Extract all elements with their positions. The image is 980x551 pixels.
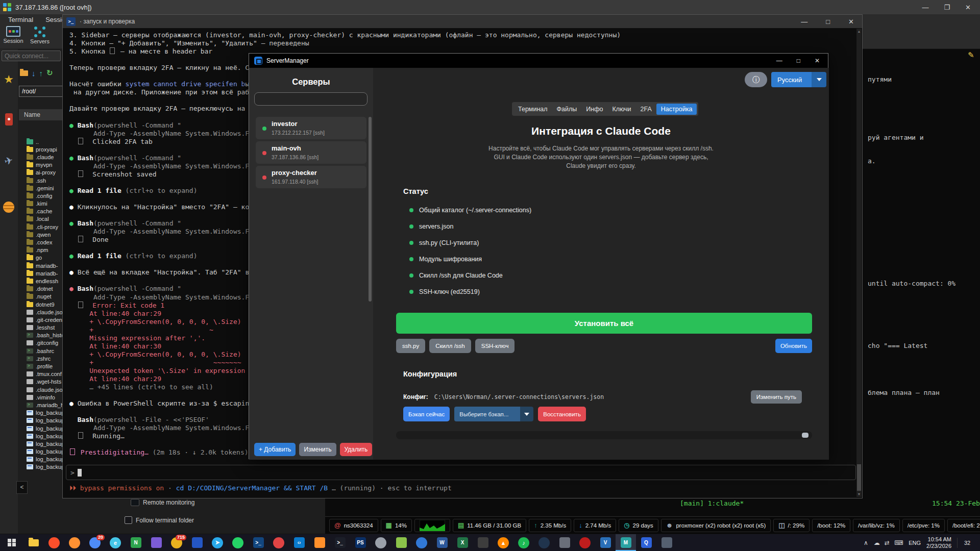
component-button[interactable]: SSH-ключ (475, 339, 515, 353)
tab-терминал[interactable]: Терминал (513, 104, 552, 115)
taskbar-app-icon[interactable]: X (452, 534, 473, 551)
scrollbar-thumb[interactable] (857, 464, 861, 491)
quick-connect-input[interactable] (2, 51, 61, 61)
taskbar-app-icon[interactable]: PS (350, 534, 371, 551)
taskbar-app-icon[interactable] (44, 534, 64, 551)
tab-настройка[interactable]: Настройка (656, 104, 697, 115)
close-icon[interactable]: ✕ (848, 18, 854, 26)
favorites-star-icon[interactable]: ★ (2, 73, 15, 86)
minimize-icon[interactable]: — (922, 4, 928, 11)
session-button[interactable]: Session (0, 24, 27, 44)
scroll-down-icon[interactable]: ▼ (856, 492, 862, 496)
taskbar-app-icon[interactable]: W (432, 534, 452, 551)
taskbar-app-icon[interactable]: ♪ (513, 534, 534, 551)
taskbar-app-icon[interactable] (187, 534, 207, 551)
taskbar-app-icon[interactable]: >_ (330, 534, 350, 551)
language-dropdown[interactable]: Русский (771, 72, 826, 87)
checkbox-icon[interactable] (125, 516, 132, 524)
tab-файлы[interactable]: Файлы (552, 104, 582, 115)
start-button[interactable] (0, 534, 23, 551)
macros-plane-icon[interactable]: ✈ (1, 153, 16, 168)
taskbar-app-icon[interactable] (23, 534, 44, 551)
server-card-proxy-checker[interactable]: proxy-checker161.97.118.40 [ssh] (256, 166, 366, 188)
servers-button[interactable]: Servers (27, 24, 53, 44)
component-button[interactable]: Скилл /ssh (429, 339, 471, 353)
component-button[interactable]: ssh.py (396, 339, 425, 353)
taskbar-app-icon[interactable] (64, 534, 85, 551)
follow-terminal-folder-checkbox[interactable]: Follow terminal folder (125, 516, 194, 524)
tray-icon[interactable]: ⌨ (894, 539, 903, 546)
taskbar-app-icon[interactable] (391, 534, 411, 551)
change-path-button[interactable]: Изменить путь (751, 390, 802, 404)
tab-2fa[interactable]: 2FA (636, 104, 656, 115)
minimize-icon[interactable]: — (801, 18, 807, 26)
taskbar-app-icon[interactable] (309, 534, 330, 551)
taskbar-app-icon[interactable]: ‹› (289, 534, 309, 551)
restore-button[interactable]: Восстановить (538, 407, 586, 421)
action-center[interactable]: 32 (957, 538, 977, 548)
edit-server-button[interactable]: Изменить (299, 443, 336, 456)
globe-icon[interactable] (2, 202, 15, 213)
info-button[interactable]: ⓘ (745, 72, 767, 87)
taskbar-app-icon[interactable]: V (595, 534, 616, 551)
close-icon[interactable]: ✕ (965, 4, 971, 11)
taskbar-app-icon[interactable] (371, 534, 391, 551)
taskbar-app-icon[interactable] (656, 534, 677, 551)
tray-icon[interactable]: ☁ (874, 539, 880, 546)
download-icon[interactable]: ↓ (32, 69, 36, 78)
taskbar-app-icon[interactable] (575, 534, 595, 551)
tray-chevron-up-icon[interactable]: ∧ (864, 539, 868, 546)
backup-select[interactable]: Выберите бэкап... (454, 407, 533, 421)
add-server-button[interactable]: + Добавить (254, 443, 296, 456)
maximize-icon[interactable]: □ (797, 57, 800, 64)
taskbar-app-icon[interactable] (534, 534, 554, 551)
tray-icon[interactable]: ⇄ (885, 539, 890, 546)
taskbar-app-icon[interactable] (473, 534, 493, 551)
taskbar-app-icon[interactable]: 20 (85, 534, 105, 551)
taskbar-app-icon[interactable]: N (126, 534, 146, 551)
scroll-up-icon[interactable]: ▲ (856, 30, 862, 33)
server-list-scrollbar[interactable] (369, 117, 372, 302)
folder-up-icon[interactable] (20, 70, 28, 76)
remote-monitoring-toggle[interactable]: Remote monitoring (131, 499, 194, 506)
notification-badge: 715 (176, 535, 186, 540)
tab-инфо[interactable]: Инфо (581, 104, 607, 115)
claude-prompt-box[interactable]: > (66, 465, 856, 480)
taskbar-app-icon[interactable]: e (105, 534, 126, 551)
server-search-input[interactable] (254, 92, 368, 106)
taskbar-app-icon[interactable] (228, 534, 248, 551)
server-card-investor[interactable]: investor173.212.212.157 [ssh] (256, 117, 366, 139)
tab-ключи[interactable]: Ключи (607, 104, 635, 115)
keyboard-language[interactable]: ENG (909, 540, 921, 546)
scrollbar-thumb[interactable] (802, 433, 808, 438)
taskbar-app-icon[interactable]: ▲ (493, 534, 513, 551)
refresh-icon[interactable]: ↻ (46, 68, 53, 78)
minimize-icon[interactable]: — (776, 57, 782, 64)
taskbar-app-icon[interactable]: M (616, 534, 636, 551)
clock[interactable]: 10:54 AM 2/23/2026 (926, 536, 951, 549)
pencil-icon[interactable]: ✎ (968, 51, 974, 60)
taskbar-app-icon[interactable] (268, 534, 289, 551)
taskbar-app-icon[interactable] (554, 534, 575, 551)
taskbar-app-icon[interactable]: Q (636, 534, 656, 551)
maximize-icon[interactable]: ❐ (944, 4, 950, 11)
server-card-main-ovh[interactable]: main-ovh37.187.136.86 [ssh] (256, 141, 366, 164)
taskbar-app-icon[interactable] (411, 534, 432, 551)
install-all-button[interactable]: Установить всё (396, 313, 812, 334)
horizontal-scrollbar[interactable] (396, 431, 812, 439)
quick-connect-field[interactable] (2, 51, 61, 61)
taskbar-app-icon[interactable]: ➤ (207, 534, 228, 551)
backup-now-button[interactable]: Бэкап сейчас (403, 407, 450, 421)
menu-item-terminal[interactable]: Terminal (3, 15, 38, 24)
taskbar-app-icon[interactable]: 715 (166, 534, 187, 551)
close-icon[interactable]: ✕ (815, 57, 820, 64)
taskbar-app-icon[interactable] (146, 534, 166, 551)
upload-icon[interactable]: ↑ (39, 69, 43, 78)
terminal-scrollbar[interactable]: ▲ ▼ (856, 29, 862, 497)
maximize-icon[interactable]: □ (826, 18, 830, 26)
taskbar-app-icon[interactable]: >_ (248, 534, 268, 551)
tools-knife-icon[interactable] (2, 113, 15, 126)
refresh-button[interactable]: Обновить (775, 339, 812, 353)
tree-scroll-left-button[interactable]: < (16, 481, 28, 494)
delete-server-button[interactable]: Удалить (340, 443, 373, 456)
